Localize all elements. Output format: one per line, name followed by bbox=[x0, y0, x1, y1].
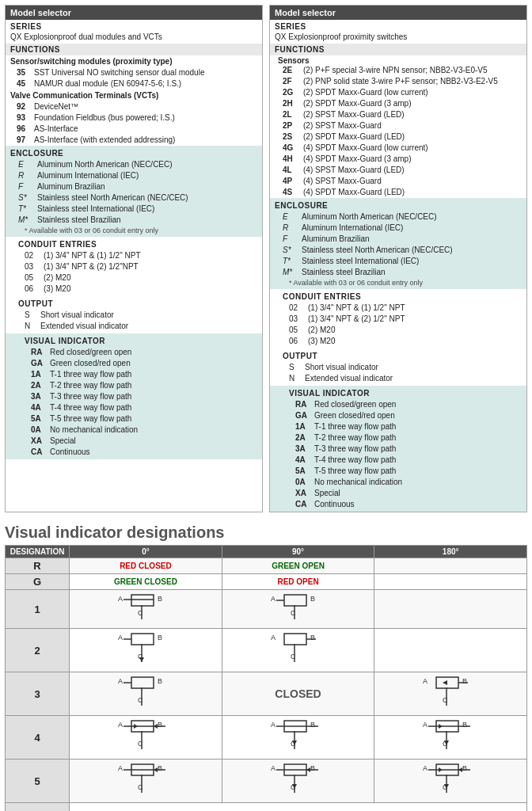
flow-diagram-2-0: A B C bbox=[114, 630, 177, 668]
svg-text:B: B bbox=[158, 634, 162, 642]
list-item: 4H(4) SPDT Maxx-Guard (3 amp) bbox=[270, 154, 526, 165]
bottom-title: Visual indicator designations bbox=[5, 524, 527, 542]
svg-text:A: A bbox=[271, 764, 276, 772]
bottom-section: Visual indicator designations DESIGNATIO… bbox=[0, 517, 532, 811]
list-item: GAGreen closed/red open bbox=[270, 410, 526, 421]
list-item: 2P(2) SPST Maxx-Guard bbox=[270, 120, 526, 131]
flow-diagram-4-180: A B C bbox=[419, 718, 482, 756]
list-item: 4G(4) SPDT Maxx-Guard (low current) bbox=[270, 143, 526, 154]
list-item: GAGreen closed/red open bbox=[6, 358, 262, 369]
list-item: 4S(4) SPDT Maxx-Guard (LED) bbox=[270, 187, 526, 198]
list-item: EAluminum North American (NEC/CEC) bbox=[270, 211, 526, 223]
2-0deg: A B C bbox=[70, 629, 222, 672]
svg-text:C: C bbox=[138, 696, 143, 704]
svg-text:C: C bbox=[291, 609, 296, 617]
table-row: G GREEN CLOSED RED OPEN bbox=[6, 574, 527, 590]
list-item: 06(3) M20 bbox=[270, 336, 526, 347]
svg-rect-14 bbox=[131, 634, 154, 645]
right-conduit-title: CONDUIT ENTRIES bbox=[270, 291, 526, 303]
g-180deg bbox=[374, 574, 527, 590]
right-series-label: SERIES bbox=[270, 20, 526, 32]
svg-text:A: A bbox=[118, 634, 123, 642]
left-model-title: Model selector bbox=[6, 6, 262, 20]
list-item: 1AT-1 three way flow path bbox=[6, 369, 262, 380]
left-visual-title: VISUAL INDICATOR bbox=[6, 335, 262, 347]
col-header-0: 0° bbox=[70, 546, 222, 558]
list-item: NExtended visual indicator bbox=[270, 373, 526, 384]
svg-text:A: A bbox=[118, 677, 123, 685]
left-series-label: SERIES bbox=[6, 20, 262, 32]
col-header-180: 180° bbox=[374, 546, 527, 558]
right-functions-label: FUNCTIONS bbox=[270, 44, 526, 55]
list-item: 45 NAMUR dual module (EN 60947-5-6; I.S.… bbox=[6, 78, 262, 89]
list-item: 2AT-2 three way flow path bbox=[6, 380, 262, 391]
right-output-title: OUTPUT bbox=[270, 350, 526, 362]
list-item: 3AT-3 three way flow path bbox=[270, 444, 526, 455]
svg-text:A: A bbox=[118, 595, 123, 603]
r-90deg: GREEN OPEN bbox=[222, 558, 374, 574]
flow-diagram-5-180: A B C bbox=[419, 761, 482, 799]
list-item: EAluminum North American (NEC/CEC) bbox=[6, 159, 262, 170]
svg-text:C: C bbox=[138, 783, 143, 791]
list-item: S*Stainless steel North American (NEC/CE… bbox=[6, 192, 262, 204]
desig-2: 2 bbox=[6, 629, 70, 672]
svg-text:B: B bbox=[310, 721, 315, 729]
svg-text:B: B bbox=[462, 764, 467, 772]
list-item: T*Stainless steel International (IEC) bbox=[6, 204, 262, 215]
list-item: T*Stainless steel International (IEC) bbox=[270, 256, 526, 267]
flow-diagram-3-0: A B C bbox=[114, 674, 177, 712]
list-item: CAContinuous bbox=[270, 499, 526, 510]
list-item: 3AT-3 three way flow path bbox=[6, 391, 262, 402]
right-enclosure-note: * Available with 03 or 06 conduit entry … bbox=[270, 278, 526, 287]
enclosure-note: * Available with 03 or 06 conduit entry … bbox=[6, 226, 262, 235]
svg-text:A: A bbox=[118, 764, 123, 772]
svg-text:A: A bbox=[271, 721, 276, 729]
left-sensor-header: Sensor/switching modules (proximity type… bbox=[6, 55, 262, 67]
desig-C: C bbox=[6, 803, 70, 812]
list-item: 2H(2) SPDT Maxx-Guard (3 amp) bbox=[270, 98, 526, 109]
list-item: 0ANo mechanical indication bbox=[6, 425, 262, 436]
list-item: XASpecial bbox=[270, 488, 526, 499]
flow-diagram-4-0: A B C bbox=[114, 718, 177, 756]
svg-text:A: A bbox=[271, 595, 276, 603]
left-conduit-title: CONDUIT ENTRIES bbox=[6, 238, 262, 250]
svg-text:C: C bbox=[138, 609, 143, 617]
flow-diagram-5-90: A B C bbox=[267, 761, 330, 799]
desig-3: 3 bbox=[6, 672, 70, 716]
list-item: 4AT-4 three way flow path bbox=[270, 455, 526, 466]
col-header-90: 90° bbox=[222, 546, 374, 558]
svg-text:A: A bbox=[271, 634, 276, 642]
3-0deg: A B C bbox=[70, 672, 222, 716]
5-0deg: A B C bbox=[70, 760, 222, 803]
svg-text:C: C bbox=[291, 653, 296, 661]
svg-marker-44 bbox=[134, 724, 138, 729]
list-item: M*Stainless steel Brazilian bbox=[6, 215, 262, 226]
visual-indicator-table: DESIGNATION 0° 90° 180° R RED CLOSED GRE… bbox=[5, 545, 527, 811]
1-180deg bbox=[374, 590, 527, 629]
right-qx-line: QX Explosionproof proximity switches bbox=[270, 32, 526, 44]
list-item: XASpecial bbox=[6, 436, 262, 447]
right-enclosure-block: ENCLOSURE EAluminum North American (NEC/… bbox=[270, 198, 526, 289]
r-180deg bbox=[374, 558, 527, 574]
svg-text:B: B bbox=[310, 634, 315, 642]
left-visual-block: VISUAL INDICATOR RARed closed/green open… bbox=[6, 333, 262, 459]
table-row: 3 A B C CLOSED A B bbox=[6, 672, 527, 716]
list-item: 96 AS-Interface bbox=[6, 124, 262, 135]
list-item: SShort visual indicator bbox=[6, 310, 262, 321]
4-0deg: A B C bbox=[70, 716, 222, 760]
svg-text:B: B bbox=[310, 764, 315, 772]
list-item: 35 SST Universal NO switching sensor dua… bbox=[6, 67, 262, 78]
svg-text:B: B bbox=[462, 721, 467, 729]
table-row: 5 A B C A B bbox=[6, 760, 527, 803]
svg-text:B: B bbox=[310, 595, 315, 603]
svg-marker-60 bbox=[439, 724, 443, 729]
left-vct-header: Valve Communication Terminals (VCTs) bbox=[6, 89, 262, 101]
flow-diagram-5-0: A B C bbox=[114, 761, 177, 799]
svg-text:B: B bbox=[462, 677, 467, 685]
table-row: 2 A B C A B bbox=[6, 629, 527, 672]
list-item: 05(2) M20 bbox=[6, 272, 262, 284]
desig-1: 1 bbox=[6, 590, 70, 629]
svg-text:B: B bbox=[158, 677, 162, 685]
list-item: 2S(2) SPDT Maxx-Guard (LED) bbox=[270, 131, 526, 143]
1-90deg: A B C bbox=[222, 590, 374, 629]
